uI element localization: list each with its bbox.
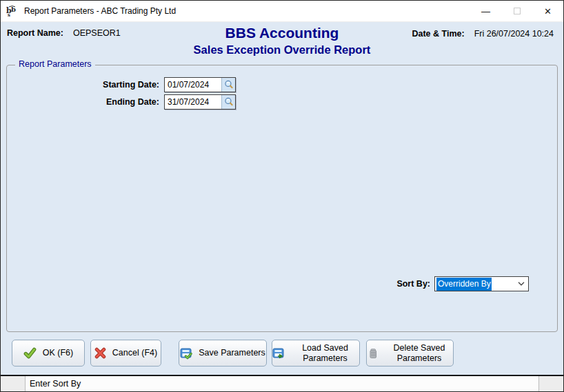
load-saved-parameters-button[interactable]: Load Saved Parameters [272, 340, 360, 367]
sort-by-label: Sort By: [396, 279, 430, 289]
main-area: Report Parameters Starting Date: [1, 63, 563, 337]
starting-date-input[interactable] [165, 78, 221, 92]
sort-by-row: Sort By: Overridden By [396, 276, 529, 291]
report-header: Report Name:OEPSEOR1 BBS Accounting Sale… [1, 22, 563, 63]
starting-date-lookup-button[interactable] [221, 78, 235, 92]
maximize-icon [514, 8, 521, 14]
ok-button-label: OK (F6) [43, 348, 73, 358]
ending-date-input[interactable] [165, 95, 221, 109]
red-cross-icon [94, 347, 106, 359]
status-message: Enter Sort By [26, 376, 539, 391]
report-parameters-groupbox: Report Parameters Starting Date: [6, 65, 558, 332]
load-disk-icon [272, 347, 285, 360]
magnifier-icon [224, 97, 234, 107]
title-bar: b b s Report Parameters - ABC Trading Pt… [1, 1, 563, 22]
datetime-value: Fri 26/07/2024 10:24 [474, 29, 554, 39]
ending-date-row: Ending Date: [7, 94, 236, 110]
delete-saved-parameters-label: Delete Saved Parameters [385, 343, 453, 364]
ending-date-label: Ending Date: [7, 97, 164, 107]
ending-date-lookup-button[interactable] [221, 95, 235, 109]
caption-buttons: — ✕ [470, 1, 563, 21]
cancel-button[interactable]: Cancel (F4) [90, 340, 161, 367]
save-disk-icon [180, 347, 192, 360]
sort-by-dropdown[interactable]: Overridden By [434, 276, 529, 291]
page-title: Sales Exception Override Report [1, 42, 563, 57]
ending-date-field [164, 94, 236, 110]
maximize-button [501, 1, 532, 21]
groupbox-legend: Report Parameters [15, 59, 95, 69]
datetime: Date & Time:Fri 26/07/2024 10:24 [412, 29, 554, 39]
report-parameters-window: b b s Report Parameters - ABC Trading Pt… [0, 0, 564, 392]
window-title: Report Parameters - ABC Trading Pty Ltd [24, 6, 176, 16]
close-button[interactable]: ✕ [532, 1, 563, 21]
datetime-label: Date & Time: [412, 29, 464, 39]
starting-date-field [164, 77, 236, 92]
green-check-icon [23, 347, 37, 360]
save-parameters-button[interactable]: Save Parameters [179, 340, 267, 367]
sort-by-selected-value: Overridden By [436, 278, 492, 291]
magnifier-icon [224, 80, 234, 90]
cancel-button-label: Cancel (F4) [112, 348, 157, 358]
chevron-down-icon [518, 282, 525, 286]
status-bar: Enter Sort By [1, 375, 563, 391]
delete-saved-parameters-button[interactable]: Delete Saved Parameters [366, 340, 454, 367]
load-saved-parameters-label: Load Saved Parameters [291, 343, 359, 364]
svg-text:s: s [8, 12, 10, 17]
ok-button[interactable]: OK (F6) [12, 340, 85, 367]
delete-bin-icon [367, 347, 379, 360]
starting-date-label: Starting Date: [7, 80, 164, 90]
starting-date-row: Starting Date: [7, 77, 236, 92]
minimize-button[interactable]: — [470, 1, 501, 21]
status-bar-right-cell [539, 376, 563, 391]
save-parameters-label: Save Parameters [199, 348, 265, 358]
status-bar-left-cell [1, 376, 26, 391]
bbs-app-icon: b b s [6, 5, 19, 17]
button-bar: OK (F6) Cancel (F4) Save [1, 337, 563, 375]
